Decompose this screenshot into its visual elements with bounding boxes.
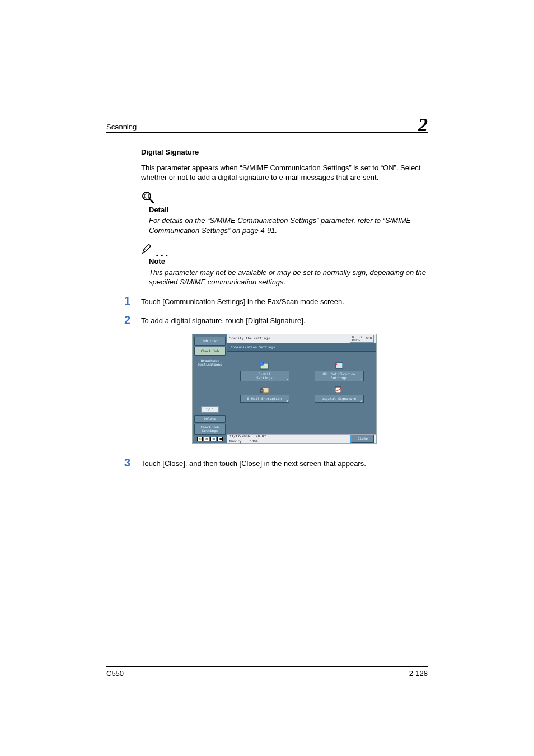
- panel-left-column: Job List Check Job Broadcast Destination…: [193, 334, 227, 443]
- toner-k-icon: K: [217, 437, 223, 441]
- step-number: 3: [124, 457, 141, 468]
- broadcast-destinations-label: Broadcast Destinations: [194, 359, 226, 366]
- url-notification-icon: [334, 362, 344, 370]
- svg-rect-9: [335, 387, 341, 393]
- close-button[interactable]: Close: [350, 435, 374, 442]
- toner-y-icon: Y: [197, 437, 203, 441]
- check-job-settings-button[interactable]: Check Job Settings: [194, 424, 226, 435]
- panel-subtitle: Communication Settings: [227, 343, 376, 352]
- svg-rect-8: [260, 389, 263, 392]
- detail-title: Detail: [141, 205, 428, 215]
- email-encryption-icon: [260, 386, 270, 394]
- page-footer: C550 2-128: [106, 666, 428, 678]
- url-notification-button[interactable]: URL Notification Settings: [315, 371, 364, 381]
- section-title: Digital Signature: [141, 147, 428, 157]
- dest-count-box: No. of Dest. 000: [350, 335, 374, 343]
- email-encryption-button[interactable]: E-Mail Encryption: [240, 395, 289, 403]
- panel-date: 11/17/2006: [229, 434, 250, 438]
- ellipsis-icon: ...: [156, 250, 170, 255]
- model-name: C550: [106, 669, 124, 678]
- delete-button[interactable]: Delete: [194, 415, 226, 423]
- magnifier-icon: [141, 190, 154, 204]
- step-number: 1: [124, 295, 141, 306]
- instruction-text: Specify the settings.: [229, 336, 272, 340]
- digital-signature-icon: [334, 386, 344, 394]
- panel-work-area: E-Mail Settings URL Notification Setting…: [227, 352, 376, 434]
- step-text: Touch [Communication Settings] in the Fa…: [141, 295, 344, 307]
- url-notification-option: URL Notification Settings: [307, 362, 371, 381]
- email-settings-button[interactable]: E-Mail Settings: [240, 371, 289, 381]
- page-indicator: 1/ 1: [201, 406, 219, 413]
- job-list-button[interactable]: Job List: [194, 337, 226, 346]
- step-3: 3 Touch [Close], and then touch [Close] …: [141, 457, 428, 469]
- note-body: This parameter may not be available or m…: [141, 268, 428, 287]
- svg-line-3: [144, 249, 147, 251]
- chapter-number: 2: [418, 115, 428, 134]
- panel-time: 20:07: [256, 434, 266, 438]
- note-callout: ... Note This parameter may not be avail…: [141, 243, 428, 287]
- dest-label: No. of Dest.: [352, 336, 362, 342]
- detail-body: For details on the “S/MIME Communication…: [141, 216, 428, 235]
- memory-value: 100%: [250, 439, 257, 443]
- dest-count: 000: [366, 336, 372, 340]
- toner-m-icon: M: [204, 437, 209, 441]
- svg-rect-6: [336, 363, 343, 368]
- pen-icon: [141, 243, 153, 255]
- step-text: To add a digital signature, touch [Digit…: [141, 314, 305, 326]
- toner-levels: Y M C K: [194, 437, 226, 441]
- digital-signature-button[interactable]: Digital Signature: [315, 395, 364, 403]
- email-encryption-option: E-Mail Encryption: [233, 386, 296, 403]
- intro-paragraph: This parameter appears when “S/MIME Comm…: [141, 163, 428, 183]
- digital-signature-option: Digital Signature: [307, 386, 371, 403]
- panel-top-bar: Specify the settings. No. of Dest. 000: [227, 334, 376, 343]
- step-text: Touch [Close], and then touch [Close] in…: [141, 457, 366, 469]
- email-settings-option: E-Mail Settings: [233, 362, 296, 381]
- page-number: 2-128: [409, 669, 428, 678]
- svg-point-1: [144, 194, 149, 198]
- svg-rect-5: [260, 362, 263, 365]
- panel-bottom-bar: 11/17/2006 20:07 Memory 100% Close: [227, 434, 376, 443]
- toner-c-icon: C: [210, 437, 216, 441]
- running-header: Scanning 2: [106, 112, 428, 133]
- step-2: 2 To add a digital signature, touch [Dig…: [141, 314, 428, 326]
- check-job-button[interactable]: Check Job: [194, 347, 226, 356]
- section-name: Scanning: [106, 123, 137, 131]
- memory-label: Memory: [229, 439, 242, 443]
- svg-line-2: [149, 199, 153, 203]
- step-number: 2: [124, 314, 141, 325]
- email-settings-icon: [260, 362, 270, 370]
- note-title: Note: [141, 256, 428, 267]
- detail-callout: Detail For details on the “S/MIME Commun…: [141, 190, 428, 236]
- printer-panel-screenshot: Job List Check Job Broadcast Destination…: [192, 334, 377, 444]
- step-1: 1 Touch [Communication Settings] in the …: [141, 295, 428, 307]
